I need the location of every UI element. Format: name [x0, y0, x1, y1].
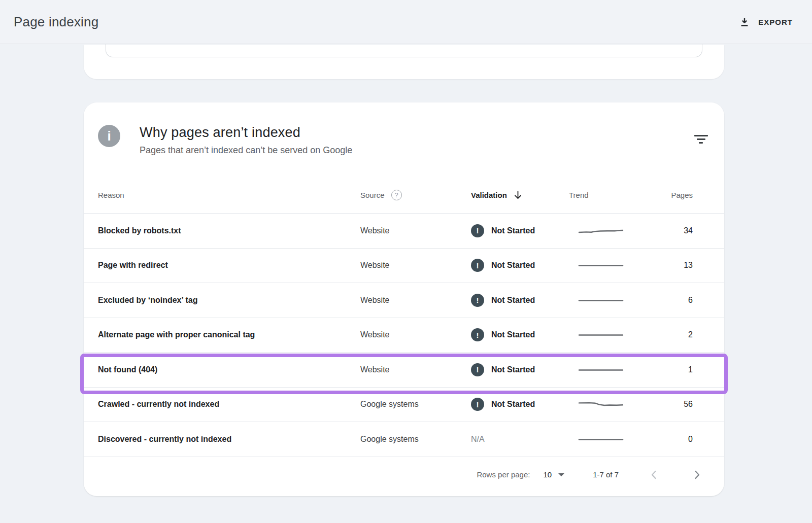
arrow-down-icon [514, 191, 522, 200]
validation-cell: ! Not Started [471, 224, 569, 237]
chevron-right-icon [694, 470, 701, 480]
scrolled-chart-card-remnant [84, 45, 724, 79]
help-circle-icon[interactable]: ? [391, 190, 402, 200]
download-icon [739, 16, 750, 27]
table-row[interactable]: Discovered - currently not indexed Googl… [84, 422, 724, 457]
trend-sparkline [578, 331, 624, 338]
exclamation-circle-icon: ! [471, 259, 484, 272]
table-body: Blocked by robots.txt Website ! Not Star… [84, 214, 724, 457]
next-page-button[interactable] [689, 466, 706, 483]
pages-cell: 56 [650, 400, 693, 409]
reason-cell: Not found (404) [98, 365, 360, 374]
card-header: i Why pages aren’t indexed Pages that ar… [84, 102, 724, 156]
pages-cell: 2 [650, 330, 693, 339]
trend-sparkline [578, 227, 624, 234]
trend-sparkline [578, 401, 624, 408]
card-title: Why pages aren’t indexed [140, 125, 352, 141]
validation-cell: N/A [471, 435, 569, 444]
table-row[interactable]: Excluded by ‘noindex’ tag Website ! Not … [84, 283, 724, 318]
column-header-reason[interactable]: Reason [98, 191, 360, 199]
trend-cell [569, 331, 650, 338]
trend-cell [569, 297, 650, 304]
table-pagination: Rows per page: 10 1-7 of 7 [84, 457, 724, 493]
trend-sparkline [578, 436, 624, 443]
card-subtitle: Pages that aren’t indexed can’t be serve… [140, 145, 352, 156]
trend-sparkline [578, 366, 624, 373]
validation-cell: ! Not Started [471, 363, 569, 376]
trend-cell [569, 436, 650, 443]
reason-cell: Excluded by ‘noindex’ tag [98, 296, 360, 305]
trend-cell [569, 227, 650, 234]
validation-status-text: Not Started [491, 400, 535, 409]
exclamation-circle-icon: ! [471, 328, 484, 341]
filter-button[interactable] [689, 128, 713, 150]
validation-status-text: N/A [471, 435, 485, 444]
previous-page-button[interactable] [645, 466, 662, 483]
validation-status-text: Not Started [491, 296, 535, 305]
pages-cell: 13 [650, 261, 693, 270]
column-header-source[interactable]: Source ? [360, 190, 471, 200]
source-cell: Website [360, 296, 471, 305]
validation-status-text: Not Started [491, 261, 535, 270]
reason-cell: Alternate page with proper canonical tag [98, 330, 360, 339]
validation-cell: ! Not Started [471, 328, 569, 341]
filter-list-icon [694, 135, 708, 136]
pages-cell: 1 [650, 365, 693, 374]
reason-cell: Discovered - currently not indexed [98, 435, 360, 444]
export-label: EXPORT [758, 18, 793, 26]
trend-cell [569, 401, 650, 408]
top-app-bar: Page indexing EXPORT [0, 0, 812, 44]
chevron-left-icon [650, 470, 657, 480]
table-row[interactable]: Not found (404) Website ! Not Started 1 [84, 353, 724, 388]
reason-cell: Blocked by robots.txt [98, 226, 360, 235]
validation-cell: ! Not Started [471, 259, 569, 272]
validation-status-text: Not Started [491, 365, 535, 374]
source-cell: Website [360, 365, 471, 374]
table-header-row: Reason Source ? Validation Trend Pages [84, 177, 724, 214]
table-row[interactable]: Crawled - currently not indexed Google s… [84, 388, 724, 423]
reason-cell: Crawled - currently not indexed [98, 400, 360, 409]
exclamation-circle-icon: ! [471, 224, 484, 237]
column-header-pages: Pages [650, 191, 693, 199]
trend-cell [569, 366, 650, 373]
rows-per-page-value: 10 [543, 470, 552, 479]
pages-cell: 34 [650, 226, 693, 235]
info-icon: i [98, 125, 120, 147]
exclamation-circle-icon: ! [471, 294, 484, 307]
trend-sparkline [578, 297, 624, 304]
validation-status-text: Not Started [491, 330, 535, 339]
pages-cell: 6 [650, 296, 693, 305]
source-cell: Website [360, 261, 471, 270]
pages-cell: 0 [650, 435, 693, 444]
dropdown-arrow-icon [558, 473, 564, 476]
source-cell: Google systems [360, 400, 471, 409]
table-row[interactable]: Blocked by robots.txt Website ! Not Star… [84, 214, 724, 249]
validation-cell: ! Not Started [471, 294, 569, 307]
validation-status-text: Not Started [491, 226, 535, 235]
rows-per-page-label: Rows per page: [477, 470, 530, 479]
pagination-range: 1-7 of 7 [593, 470, 619, 479]
column-header-validation[interactable]: Validation [471, 191, 569, 200]
rows-per-page-select[interactable]: 10 [543, 470, 564, 479]
reason-cell: Page with redirect [98, 261, 360, 270]
trend-sparkline [578, 262, 624, 269]
chart-frame-remnant [106, 44, 702, 57]
page-title: Page indexing [14, 14, 98, 30]
validation-cell: ! Not Started [471, 398, 569, 411]
source-cell: Website [360, 330, 471, 339]
why-pages-arent-indexed-card: i Why pages aren’t indexed Pages that ar… [84, 102, 724, 496]
exclamation-circle-icon: ! [471, 398, 484, 411]
column-header-trend: Trend [569, 191, 650, 199]
source-cell: Google systems [360, 435, 471, 444]
table-row[interactable]: Page with redirect Website ! Not Started… [84, 249, 724, 284]
trend-cell [569, 262, 650, 269]
table-row[interactable]: Alternate page with proper canonical tag… [84, 318, 724, 353]
source-cell: Website [360, 226, 471, 235]
exclamation-circle-icon: ! [471, 363, 484, 376]
export-button[interactable]: EXPORT [736, 12, 796, 31]
